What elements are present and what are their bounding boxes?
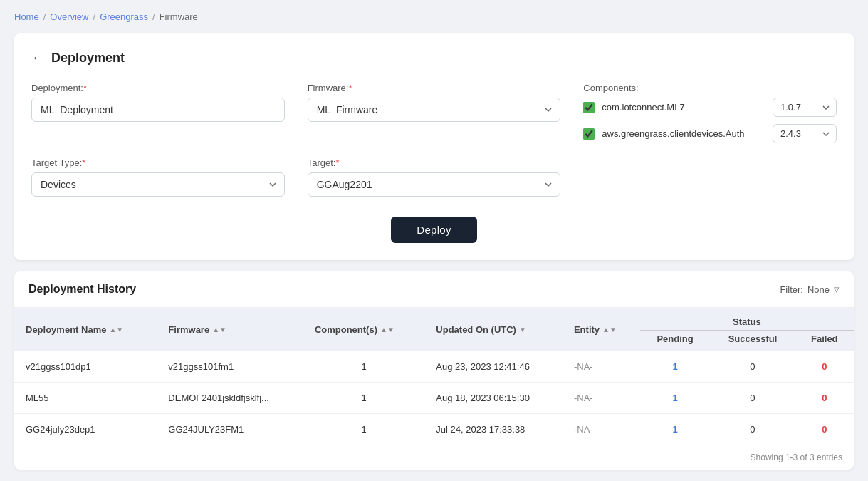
history-header: Deployment History Filter: None ▿ [14, 271, 854, 308]
cell-updated-on: Aug 23, 2023 12:41:46 [424, 351, 563, 383]
component-version-select-1[interactable]: 1.0.7 [773, 98, 837, 117]
cell-components: 1 [303, 383, 424, 414]
col-firmware[interactable]: Firmware ▲▼ [168, 324, 226, 335]
cell-successful: 0 [710, 414, 795, 445]
history-table: Deployment Name ▲▼ Firmware ▲▼ Component… [14, 308, 854, 445]
deployment-card: ← Deployment Deployment:* Firmware:* ML_… [14, 33, 854, 260]
firmware-label: Firmware:* [308, 83, 561, 93]
cell-deployment-name: ML55 [14, 383, 157, 414]
history-title: Deployment History [28, 283, 136, 296]
target-select[interactable]: GGAug2201 [308, 172, 561, 197]
deploy-button[interactable]: Deploy [391, 217, 477, 243]
sort-firmware-icon: ▲▼ [212, 326, 226, 333]
filter-row: Filter: None ▿ [780, 283, 840, 296]
history-tbody: v21ggss101dp1 v21ggss101fm1 1 Aug 23, 20… [14, 351, 854, 445]
table-row: v21ggss101dp1 v21ggss101fm1 1 Aug 23, 20… [14, 351, 854, 383]
component-row-1: com.iotconnect.ML7 1.0.7 [583, 98, 837, 117]
components-list: com.iotconnect.ML7 1.0.7 aws.greengrass.… [583, 98, 837, 143]
target-field-group: Target:* GGAug2201 [308, 157, 561, 197]
back-arrow-icon[interactable]: ← [31, 51, 44, 66]
cell-successful: 0 [710, 383, 795, 414]
cell-failed: 0 [795, 414, 854, 445]
cell-firmware: DEMOF2401jskldfjsklfj... [157, 383, 303, 414]
col-failed: Failed [795, 331, 854, 352]
firmware-field-group: Firmware:* ML_Firmware [308, 83, 561, 122]
sort-entity-icon: ▲▼ [602, 326, 617, 333]
cell-deployment-name: GG24july23dep1 [14, 414, 157, 445]
col-status: Status [733, 316, 761, 327]
col-updated-on[interactable]: Updated On (UTC) ▼ [436, 324, 526, 335]
cell-successful: 0 [710, 351, 795, 383]
sort-updated-icon: ▼ [519, 326, 526, 333]
col-pending: Pending [640, 331, 711, 352]
filter-value: None [807, 284, 830, 295]
component-row-2: aws.greengrass.clientdevices.Auth 2.4.3 [583, 124, 837, 143]
cell-components: 1 [303, 414, 424, 445]
component-name-2: aws.greengrass.clientdevices.Auth [602, 128, 765, 139]
breadcrumb: Home / Overview / Greengrass / Firmware [14, 11, 854, 22]
cell-firmware: v21ggss101fm1 [157, 351, 303, 383]
cell-firmware: GG24JULY23FM1 [157, 414, 303, 445]
components-label: Components: [583, 83, 837, 93]
filter-label: Filter: [780, 284, 803, 295]
deployment-title: Deployment [51, 51, 125, 66]
cell-updated-on: Jul 24, 2023 17:33:38 [424, 414, 563, 445]
components-field-group: Components: com.iotconnect.ML7 1.0.7 aws… [583, 83, 837, 143]
cell-entity: -NA- [563, 383, 640, 414]
card-title: ← Deployment [31, 51, 837, 66]
target-type-label: Target Type:* [31, 157, 285, 168]
showing-text: Showing 1-3 of 3 entries [14, 445, 854, 470]
deployment-field-group: Deployment:* [31, 83, 285, 122]
target-type-field-group: Target Type:* Devices [31, 157, 285, 197]
component-version-select-2[interactable]: 2.4.3 [773, 124, 837, 143]
deploy-row: Deploy [31, 217, 837, 243]
cell-components: 1 [303, 351, 424, 383]
cell-entity: -NA- [563, 351, 640, 383]
breadcrumb-home[interactable]: Home [14, 11, 39, 22]
cell-pending[interactable]: 1 [640, 383, 711, 414]
sort-deployment-icon: ▲▼ [109, 326, 123, 333]
cell-pending[interactable]: 1 [640, 414, 711, 445]
target-type-select[interactable]: Devices [31, 172, 285, 197]
cell-updated-on: Aug 18, 2023 06:15:30 [424, 383, 563, 414]
cell-deployment-name: v21ggss101dp1 [14, 351, 157, 383]
deployment-input[interactable] [31, 98, 285, 122]
component-checkbox-2[interactable] [583, 128, 595, 140]
cell-pending[interactable]: 1 [640, 351, 711, 383]
deployment-label: Deployment:* [31, 83, 285, 93]
breadcrumb-overview[interactable]: Overview [50, 11, 88, 22]
table-row: GG24july23dep1 GG24JULY23FM1 1 Jul 24, 2… [14, 414, 854, 445]
component-checkbox-1[interactable] [583, 102, 595, 113]
col-components[interactable]: Component(s) ▲▼ [315, 324, 394, 335]
cell-failed: 0 [795, 383, 854, 414]
component-name-1: com.iotconnect.ML7 [602, 102, 765, 113]
sort-components-icon: ▲▼ [380, 326, 394, 333]
target-label: Target:* [308, 157, 561, 168]
cell-failed: 0 [795, 351, 854, 383]
col-entity[interactable]: Entity ▲▼ [574, 324, 617, 335]
history-card: Deployment History Filter: None ▿ Deploy… [14, 271, 854, 470]
col-successful: Successful [710, 331, 795, 352]
breadcrumb-current: Firmware [160, 11, 198, 22]
table-row: ML55 DEMOF2401jskldfjsklfj... 1 Aug 18, … [14, 383, 854, 414]
filter-icon[interactable]: ▿ [834, 283, 840, 296]
cell-entity: -NA- [563, 414, 640, 445]
breadcrumb-greengrass[interactable]: Greengrass [100, 11, 148, 22]
col-deployment-name[interactable]: Deployment Name ▲▼ [26, 324, 123, 335]
firmware-select[interactable]: ML_Firmware [308, 98, 561, 122]
table-header-row: Deployment Name ▲▼ Firmware ▲▼ Component… [14, 308, 854, 331]
